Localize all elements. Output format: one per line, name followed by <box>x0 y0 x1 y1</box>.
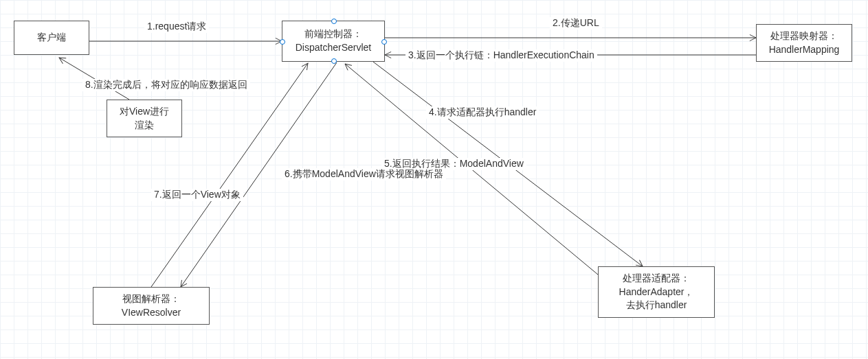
edge-label-6: 6.携带ModelAndView请求视图解析器 <box>282 168 446 181</box>
node-render-l2: 渲染 <box>135 119 154 132</box>
edge-label-2: 2.传递URL <box>550 17 602 30</box>
node-adapter-l3: 去执行handler <box>626 299 687 312</box>
node-resolver-l2: VIewResolver <box>122 306 181 320</box>
edge-label-8: 8.渲染完成后，将对应的响应数据返回 <box>82 79 250 91</box>
edge-label-7: 7.返回一个View对象 <box>151 189 243 201</box>
node-dispatcher-l1: 前端控制器： <box>304 27 362 41</box>
edge-label-4: 4.请求适配器执行handler <box>426 106 539 119</box>
node-view-resolver[interactable]: 视图解析器： VIewResolver <box>93 287 210 325</box>
edge-label-3: 3.返回一个执行链：HandlerExecutionChain <box>405 49 597 62</box>
node-mapping-l1: 处理器映射器： <box>770 30 838 43</box>
node-view-render[interactable]: 对View进行 渲染 <box>107 100 182 137</box>
node-client[interactable]: 客户端 <box>14 21 89 55</box>
node-dispatcher-l2: DispatcherServlet <box>296 41 372 55</box>
node-handler-mapping[interactable]: 处理器映射器： HandlerMapping <box>756 24 852 62</box>
node-adapter-l1: 处理器适配器： <box>623 272 690 286</box>
node-dispatcher-servlet[interactable]: 前端控制器： DispatcherServlet <box>282 21 385 62</box>
node-adapter-l2: HanderAdapter， <box>619 286 694 299</box>
node-resolver-l1: 视图解析器： <box>122 292 180 306</box>
node-client-label: 客户端 <box>37 31 66 45</box>
node-handler-adapter[interactable]: 处理器适配器： HanderAdapter， 去执行handler <box>598 266 715 318</box>
edge-label-1: 1.request请求 <box>144 21 209 33</box>
node-render-l1: 对View进行 <box>120 105 169 119</box>
node-mapping-l2: HandlerMapping <box>769 43 840 57</box>
